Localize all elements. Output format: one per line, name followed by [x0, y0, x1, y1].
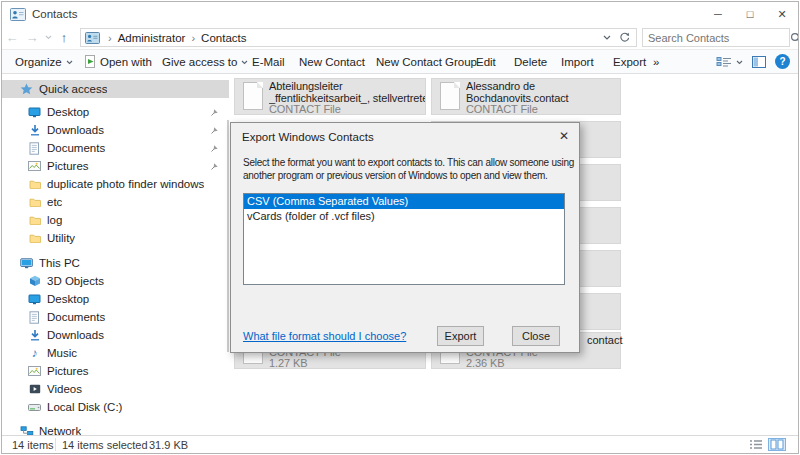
cube-icon	[27, 275, 42, 287]
contact-tile[interactable]: Abteilungsleiter _ffentlichkeitsarbeit_,…	[234, 78, 426, 115]
dialog-close-icon[interactable]: ✕	[559, 129, 569, 143]
folder-icon	[27, 179, 42, 189]
pin-icon	[210, 161, 219, 173]
breadcrumb-separator: ›	[108, 32, 112, 44]
maximize-button[interactable]: □	[734, 2, 766, 26]
format-listbox: CSV (Comma Separated Values) vCards (fol…	[243, 193, 565, 285]
format-option-vcards[interactable]: vCards (folder of .vcf files)	[244, 209, 564, 224]
open-with-icon	[84, 55, 96, 68]
sidebar-item-music[interactable]: ♪ Music	[2, 344, 229, 362]
download-icon	[27, 329, 42, 341]
up-icon[interactable]: ↑	[54, 30, 74, 45]
download-icon	[27, 124, 42, 136]
forward-icon[interactable]: →	[22, 30, 42, 45]
sidebar-item-pictures[interactable]: Pictures	[2, 157, 229, 175]
delete-button[interactable]: Delete	[514, 50, 547, 73]
dialog-title: Export Windows Contacts	[242, 131, 374, 143]
breadcrumb-separator: ›	[191, 32, 195, 44]
folder-icon	[27, 215, 42, 225]
selection-count: 14 items selected	[62, 439, 148, 451]
sidebar-item-desktop-pc[interactable]: Desktop	[2, 290, 229, 308]
breadcrumb-contacts[interactable]: Contacts	[201, 32, 246, 44]
picture-icon	[27, 161, 42, 171]
format-option-csv[interactable]: CSV (Comma Separated Values)	[244, 194, 564, 209]
organize-menu[interactable]: Organize	[15, 50, 73, 73]
views-menu[interactable]	[716, 50, 743, 73]
sidebar-item-3d-objects[interactable]: 3D Objects	[2, 272, 229, 290]
details-view-icon[interactable]	[749, 439, 763, 450]
breadcrumb-administrator[interactable]: Administrator	[118, 32, 186, 44]
file-type: CONTACT File	[269, 104, 425, 114]
sidebar-item-network[interactable]: Network	[2, 422, 229, 435]
search-input[interactable]	[648, 32, 790, 44]
file-size: 2.36 KB	[466, 358, 538, 368]
file-type: CONTACT File	[466, 104, 569, 114]
sidebar-item-downloads-pc[interactable]: Downloads	[2, 326, 229, 344]
sidebar-item-downloads[interactable]: Downloads	[2, 121, 229, 139]
disk-icon	[27, 403, 42, 412]
close-dialog-button[interactable]: Close	[512, 326, 560, 346]
picture-icon	[27, 366, 42, 376]
chevron-down-icon	[736, 60, 743, 65]
give-access-menu[interactable]: Give access to	[162, 50, 248, 73]
contacts-app-icon	[10, 8, 26, 21]
network-icon	[19, 426, 34, 435]
chevron-down-icon	[66, 60, 73, 65]
music-icon: ♪	[27, 348, 42, 358]
status-divider	[55, 438, 56, 451]
sidebar-item-local-disk-c[interactable]: Local Disk (C:)	[2, 398, 229, 416]
recent-locations-icon[interactable]	[42, 35, 54, 40]
open-with-button[interactable]: Open with	[84, 50, 152, 73]
export-button[interactable]: Export	[437, 326, 484, 346]
pin-icon	[210, 107, 219, 119]
export-button-toolbar[interactable]: Export	[613, 50, 646, 73]
file-format-help-link[interactable]: What file format should I choose?	[243, 330, 406, 342]
sidebar-item-utility[interactable]: Utility	[2, 229, 229, 247]
contacts-folder-icon	[85, 32, 100, 44]
minimize-button[interactable]: ─	[702, 2, 734, 26]
close-button[interactable]: ✕	[766, 2, 798, 26]
window-title: Contacts	[32, 8, 77, 20]
sidebar-item-documents-pc[interactable]: Documents	[2, 308, 229, 326]
computer-icon	[19, 258, 34, 269]
search-icon[interactable]	[790, 32, 799, 44]
new-contact-group-button[interactable]: New Contact Group	[376, 50, 477, 73]
toolbar-overflow-chevron[interactable]: »	[653, 50, 659, 73]
import-button[interactable]: Import	[561, 50, 594, 73]
sidebar-item-pictures-pc[interactable]: Pictures	[2, 362, 229, 380]
sidebar-item-quick-access[interactable]: Quick access	[2, 80, 229, 98]
search-box[interactable]	[642, 28, 790, 47]
new-contact-button[interactable]: New Contact	[299, 50, 365, 73]
address-dropdown-icon[interactable]	[603, 35, 611, 40]
folder-icon	[27, 233, 42, 243]
address-bar: ← → ↑ › Administrator › Contacts	[2, 26, 798, 49]
pin-icon	[210, 125, 219, 137]
edit-button[interactable]: Edit	[476, 50, 496, 73]
back-icon[interactable]: ←	[2, 30, 22, 45]
file-name: Alessandro de	[466, 81, 569, 93]
pin-icon	[210, 143, 219, 155]
chevron-down-icon	[241, 60, 248, 65]
document-icon	[27, 311, 42, 324]
contact-tile[interactable]: Alessandro de Bochdanovits.contact CONTA…	[431, 78, 621, 115]
sidebar-item-log[interactable]: log	[2, 211, 229, 229]
sidebar-item-desktop[interactable]: Desktop	[2, 103, 229, 121]
sidebar-item-this-pc[interactable]: This PC	[2, 254, 229, 272]
partially-visible-file-name: contact	[587, 334, 622, 346]
preview-pane-icon[interactable]	[752, 56, 766, 68]
sidebar-item-duplicate-photo-finder-windows[interactable]: duplicate photo finder windows	[2, 175, 229, 193]
items-count: 14 items	[12, 439, 54, 451]
email-button[interactable]: E-Mail	[252, 50, 285, 73]
status-bar: 14 items 14 items selected 31.9 KB	[2, 435, 798, 453]
help-icon[interactable]: ?	[775, 54, 790, 69]
contact-file-icon	[243, 82, 263, 110]
address-input[interactable]: › Administrator › Contacts	[80, 28, 637, 47]
refresh-icon[interactable]	[619, 32, 630, 43]
sidebar-item-documents[interactable]: Documents	[2, 139, 229, 157]
sidebar-item-etc[interactable]: etc	[2, 193, 229, 211]
file-list: Abteilungsleiter _ffentlichkeitsarbeit_,…	[229, 74, 798, 435]
sidebar-item-videos[interactable]: Videos	[2, 380, 229, 398]
document-icon	[27, 142, 42, 155]
views-icon	[716, 56, 732, 68]
large-icons-view-icon[interactable]	[768, 438, 786, 451]
